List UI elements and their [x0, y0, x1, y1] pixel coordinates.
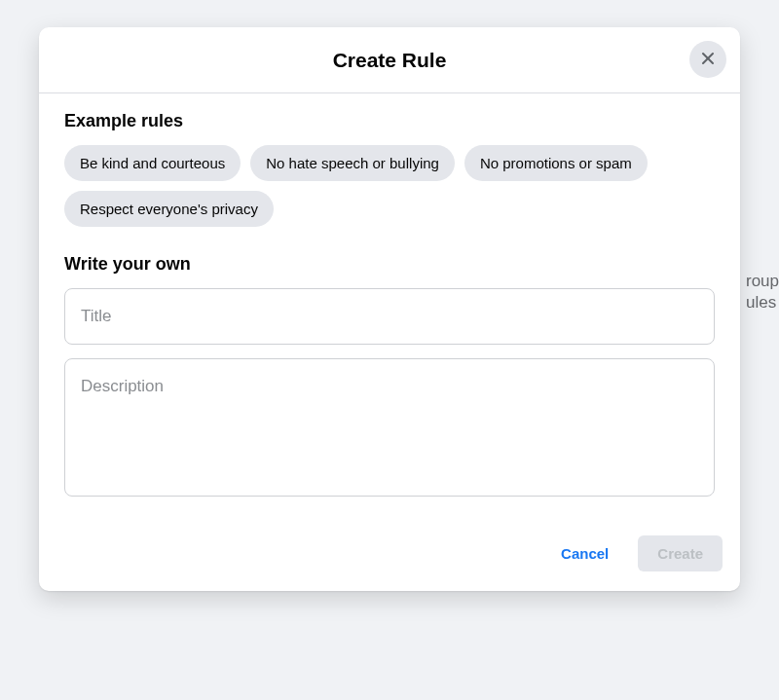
backdrop-partial-text: roup ules — [746, 271, 779, 313]
create-rule-modal: Create Rule Example rules Be kind and co… — [39, 27, 740, 591]
modal-body: Example rules Be kind and courteous No h… — [39, 93, 740, 522]
rule-title-input[interactable] — [64, 288, 715, 345]
example-rule-chip[interactable]: Respect everyone's privacy — [64, 191, 274, 227]
example-rules-heading: Example rules — [64, 111, 715, 131]
modal-title: Create Rule — [333, 49, 447, 72]
modal-footer: Cancel Create — [39, 522, 740, 591]
close-icon — [698, 49, 718, 71]
example-rule-chip[interactable]: No hate speech or bullying — [250, 145, 455, 181]
close-button[interactable] — [689, 41, 726, 78]
example-rule-chip[interactable]: No promotions or spam — [464, 145, 648, 181]
example-rules-chips: Be kind and courteous No hate speech or … — [64, 145, 715, 227]
example-rule-chip[interactable]: Be kind and courteous — [64, 145, 241, 181]
create-button[interactable]: Create — [638, 535, 723, 571]
modal-header: Create Rule — [39, 27, 740, 93]
cancel-button[interactable]: Cancel — [541, 535, 628, 571]
write-your-own-heading: Write your own — [64, 254, 715, 275]
rule-description-input[interactable] — [64, 358, 715, 497]
